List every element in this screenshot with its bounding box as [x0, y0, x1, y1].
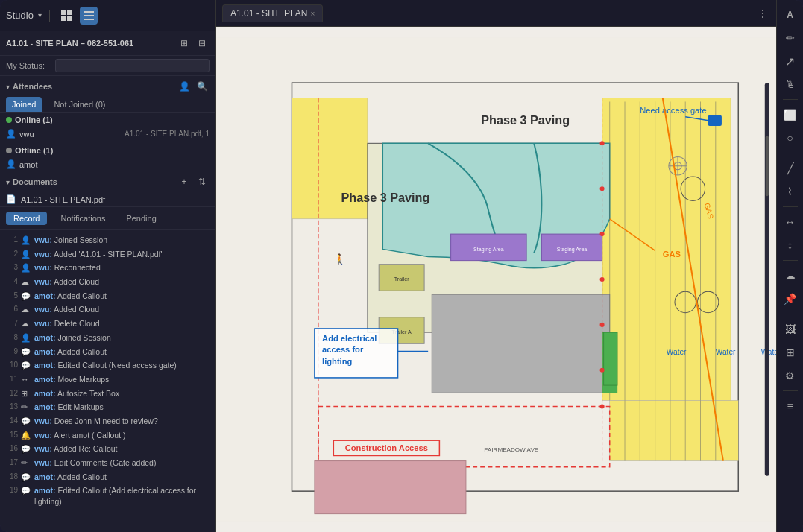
rt-btn-resize[interactable]: ↕: [780, 235, 801, 256]
log-num-3: 3: [6, 262, 18, 273]
studio-dropdown-arrow[interactable]: ▾: [38, 11, 42, 19]
log-action-18: Added Callout: [57, 472, 107, 481]
rt-btn-circle[interactable]: ○: [780, 127, 801, 148]
svg-text:Phase 3 Paving: Phase 3 Paving: [481, 113, 570, 127]
log-user-6: vwu:: [34, 305, 52, 314]
attendees-search-icon[interactable]: 🔍: [195, 79, 210, 94]
log-action-13: Edit Markups: [58, 402, 104, 411]
svg-rect-29: [610, 400, 739, 460]
tab-close-button[interactable]: ×: [310, 10, 315, 18]
log-action-4: Added Cloud: [54, 277, 99, 286]
log-item-13: 13 ✏ amot: Edit Markups: [0, 400, 215, 414]
log-num-18: 18: [6, 472, 18, 482]
rt-btn-image[interactable]: 🖼: [780, 319, 801, 340]
log-item-6: 6 ☁ vwu: Added Cloud: [0, 303, 215, 317]
status-select[interactable]: [55, 59, 210, 72]
log-action-9: Added Callout: [57, 347, 107, 356]
docs-add-icon[interactable]: +: [177, 174, 192, 189]
log-num-1: 1: [6, 235, 18, 245]
tab-notifications[interactable]: Notifications: [53, 212, 113, 225]
log-num-13: 13: [6, 402, 18, 412]
log-num-10: 10: [6, 360, 18, 370]
rt-btn-polyline[interactable]: ⌇: [780, 181, 801, 202]
log-user-10: amot:: [34, 361, 56, 370]
log-action-5: Added Callout: [57, 291, 107, 300]
rt-btn-measure[interactable]: ↔: [780, 212, 801, 232]
log-item-11: 11 ↔ amot: Move Markups: [0, 373, 215, 387]
session-action-2[interactable]: ⊟: [195, 36, 210, 51]
log-action-15: Alert amot ( Callout ): [54, 431, 125, 440]
tab-joined[interactable]: Joined: [6, 97, 42, 112]
svg-point-74: [600, 404, 605, 408]
attendees-add-icon[interactable]: 👤: [177, 79, 192, 94]
main-tab-bar: A1.01 - SITE PLAN × ⋮: [216, 0, 776, 27]
log-num-12: 12: [6, 388, 18, 399]
tab-record[interactable]: Record: [6, 212, 47, 225]
svg-rect-67: [604, 332, 617, 385]
docs-sort-icon[interactable]: ⇅: [195, 174, 210, 189]
attendee-item-vwu: 👤 vwu A1.01 - SITE PLAN.pdf, 1: [6, 127, 210, 140]
log-user-5: amot:: [34, 291, 56, 300]
rt-divider-4: [783, 260, 798, 261]
log-action-11: Move Markups: [58, 375, 110, 384]
rt-btn-pen[interactable]: ✏: [780, 28, 801, 48]
rt-btn-a[interactable]: A: [780, 4, 801, 25]
rt-btn-settings[interactable]: ⚙: [780, 365, 801, 386]
log-user-14: vwu:: [34, 417, 52, 425]
docs-header[interactable]: ▾ Documents + ⇅: [0, 171, 215, 192]
attendees-section-header[interactable]: ▾ Attendees 👤 🔍: [0, 76, 215, 97]
svg-rect-1: [67, 10, 72, 15]
rt-btn-line[interactable]: ╱: [780, 158, 801, 179]
attendees-title: Attendees: [13, 82, 174, 91]
session-action-1[interactable]: ⊞: [177, 36, 192, 51]
svg-text:Trailer: Trailer: [394, 276, 409, 282]
user-icon-vwu: 👤: [6, 129, 16, 139]
log-user-1: vwu:: [34, 235, 52, 244]
log-action-16: Added Re: Callout: [54, 444, 117, 453]
log-icon-7: ☁: [21, 318, 31, 329]
session-title[interactable]: A1.01 - SITE PLAN – 082-551-061: [6, 39, 174, 48]
tab-icon-grid[interactable]: [57, 7, 75, 25]
tab-pending[interactable]: Pending: [119, 212, 163, 225]
log-num-7: 7: [6, 318, 18, 329]
docs-section: ▾ Documents + ⇅ 📄 A1.01 - SITE PLAN.pdf: [0, 171, 215, 206]
rt-btn-layers[interactable]: ⊞: [780, 342, 801, 363]
log-icon-19: 💬: [21, 485, 31, 496]
svg-rect-0: [61, 10, 66, 15]
studio-label[interactable]: Studio: [6, 10, 34, 21]
log-action-12: Autosize Text Box: [57, 389, 119, 398]
main-content: A1.01 - SITE PLAN × ⋮: [216, 0, 776, 532]
record-tabs: Record Notifications Pending: [0, 206, 215, 230]
tab-icon-list[interactable]: [80, 7, 98, 25]
rt-btn-pointer[interactable]: 🖱: [780, 74, 801, 95]
log-num-6: 6: [6, 304, 18, 314]
rt-btn-arrow[interactable]: ↗: [780, 51, 801, 72]
log-item-4: 4 ☁ vwu: Added Cloud: [0, 275, 215, 289]
log-item-14: 14 💬 vwu: Does John M need to review?: [0, 414, 215, 428]
log-icon-16: 💬: [21, 443, 31, 455]
svg-rect-5: [84, 15, 94, 16]
log-user-16: vwu:: [34, 444, 52, 453]
tab-not-joined[interactable]: Not Joined (0): [48, 97, 111, 112]
drawing-area[interactable]: Staging Area Staging Area Trailer Traile…: [216, 27, 776, 532]
doc-item-siteplan[interactable]: 📄 A1.01 - SITE PLAN.pdf: [0, 192, 215, 206]
rt-btn-rect[interactable]: ⬜: [780, 104, 801, 125]
main-tab-siteplan[interactable]: A1.01 - SITE PLAN ×: [222, 4, 323, 22]
tab-options-icon[interactable]: ⋮: [755, 6, 770, 21]
attendee-doc-vwu: A1.01 - SITE PLAN.pdf, 1: [125, 130, 210, 138]
log-item-2: 2 👤 vwu: Added 'A1.01 - SITE PLAN.pdf': [0, 247, 215, 262]
log-icon-1: 👤: [21, 235, 31, 246]
status-row: My Status:: [0, 56, 215, 76]
svg-text:FAIRMEADOW AVE: FAIRMEADOW AVE: [484, 446, 538, 453]
log-num-9: 9: [6, 346, 18, 357]
svg-text:Water: Water: [667, 348, 687, 356]
app-container: Studio ▾ A1.01 - SITE PLAN – 082-551-061…: [0, 0, 803, 532]
session-header: A1.01 - SITE PLAN – 082-551-061 ⊞ ⊟: [0, 31, 215, 56]
rt-btn-pin[interactable]: 📌: [780, 288, 801, 309]
log-item-9: 9 💬 amot: Added Callout: [0, 345, 215, 359]
log-icon-3: 👤: [21, 262, 31, 273]
log-item-8: 8 👤 amot: Joined Session: [0, 331, 215, 345]
log-user-7: vwu:: [34, 319, 52, 328]
rt-btn-menu[interactable]: ≡: [780, 396, 801, 417]
rt-btn-cloud[interactable]: ☁: [780, 265, 801, 286]
